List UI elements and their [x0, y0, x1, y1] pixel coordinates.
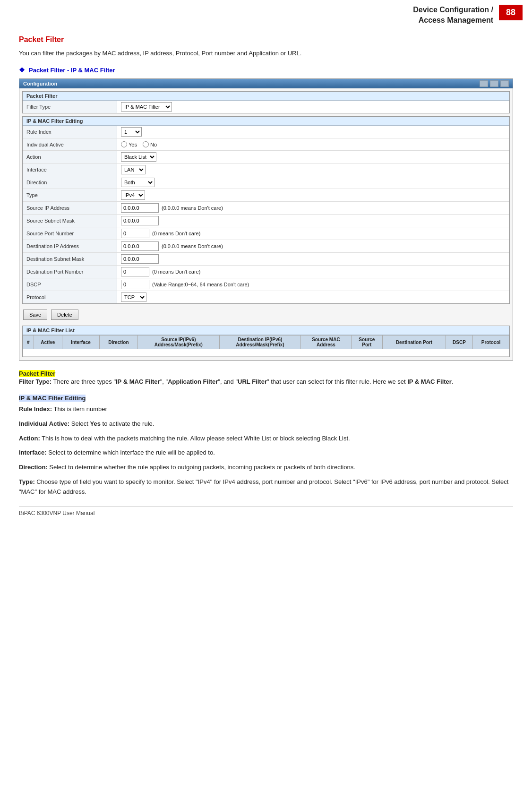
direction-term: Direction:	[19, 464, 48, 471]
individual-active-row: Individual Active Yes No	[23, 138, 509, 151]
filter-type-select[interactable]: IP & MAC Filter Application Filter URL F…	[121, 102, 172, 112]
ip-mac-filter-term: IP & MAC Filter	[116, 378, 160, 385]
dscp-row: DSCP (Value Range:0~64, 64 means Don't c…	[23, 278, 509, 291]
rule-index-label: Rule Index	[23, 126, 117, 138]
direction-paragraph: Direction: Select to determine whether t…	[19, 463, 513, 473]
dest-subnet-value	[117, 253, 509, 265]
dest-subnet-input[interactable]	[121, 254, 159, 264]
dest-ip-label: Destination IP Address	[23, 240, 117, 252]
action-row: Action Black List White List	[23, 151, 509, 164]
dscp-note: (Value Range:0~64, 64 means Don't care)	[152, 282, 249, 287]
individual-active-paragraph: Individual Active: Select Yes to activat…	[19, 419, 513, 429]
app-filter-term: Application Filter	[168, 378, 218, 385]
individual-active-no-item[interactable]: No	[143, 141, 157, 147]
source-ip-input[interactable]	[121, 203, 159, 213]
subsection-title: ❖ Packet Filter - IP & MAC Filter	[19, 66, 513, 74]
save-button[interactable]: Save	[23, 310, 47, 320]
interface-label: Interface	[23, 164, 117, 176]
source-subnet-label: Source Subnet Mask	[23, 215, 117, 227]
source-subnet-row: Source Subnet Mask	[23, 215, 509, 227]
dest-ip-value: (0.0.0.0 means Don't care)	[117, 240, 509, 252]
action-paragraph: Action: This is how to deal with the pac…	[19, 434, 513, 444]
interface-select[interactable]: LAN WAN	[121, 165, 146, 174]
ip-mac-filter-form-title: IP & MAC Filter Editing	[23, 117, 509, 126]
filter-type-row: Filter Type IP & MAC Filter Application …	[23, 101, 509, 113]
dscp-input[interactable]	[121, 280, 149, 289]
source-port-note: (0 means Don't care)	[152, 231, 200, 236]
source-ip-note: (0.0.0.0 means Don't care)	[162, 205, 223, 211]
rule-index-value: 1	[117, 126, 509, 138]
filter-table-header-row: # Active Interface Direction Source IP(I…	[23, 336, 509, 349]
delete-button[interactable]: Delete	[51, 310, 78, 320]
individual-active-label: Individual Active	[23, 138, 117, 150]
interface-term: Interface:	[19, 449, 47, 456]
individual-active-no-radio[interactable]	[143, 141, 149, 147]
filter-type-value: IP & MAC Filter Application Filter URL F…	[117, 101, 509, 113]
direction-value: Both Outgoing Incoming	[117, 176, 509, 189]
col-hash: #	[23, 336, 34, 349]
type-term: Type:	[19, 478, 35, 485]
direction-select[interactable]: Both Outgoing Incoming	[121, 178, 154, 187]
individual-active-term: Individual Active:	[19, 420, 69, 427]
dest-ip-note: (0.0.0.0 means Don't care)	[162, 243, 223, 249]
rule-index-term: Rule Index:	[19, 405, 52, 413]
col-source-port: SourcePort	[351, 336, 383, 349]
col-dest-ip: Destination IP(IPv6)Address/Mask(Prefix)	[219, 336, 301, 349]
dest-port-input[interactable]	[121, 267, 149, 276]
source-ip-row: Source IP Address (0.0.0.0 means Don't c…	[23, 202, 509, 215]
type-select[interactable]: IPv4 IPv6 MAC	[121, 190, 145, 200]
url-filter-term: URL Filter	[238, 378, 267, 385]
dest-port-label: Destination Port Number	[23, 266, 117, 278]
source-port-value: (0 means Don't care)	[117, 227, 509, 240]
individual-active-yes-radio[interactable]	[121, 141, 127, 147]
source-subnet-input[interactable]	[121, 216, 159, 225]
individual-active-no-label: No	[150, 142, 157, 147]
interface-paragraph: Interface: Select to determine which int…	[19, 448, 513, 458]
protocol-value: TCP UDP ICMP	[117, 291, 509, 303]
type-label: Type	[23, 189, 117, 201]
individual-active-radio-group: Yes No	[121, 141, 157, 147]
interface-value: LAN WAN	[117, 164, 509, 176]
action-select[interactable]: Black List White List	[121, 152, 156, 162]
type-paragraph: Type: Choose type of field you want to s…	[19, 477, 513, 497]
col-protocol: Protocol	[473, 336, 509, 349]
main-content: Packet Filter You can filter the package…	[0, 31, 532, 531]
body-ip-mac-section: IP & MAC Filter Editing Rule Index: This…	[19, 395, 513, 497]
rule-index-row: Rule Index 1	[23, 126, 509, 138]
protocol-label: Protocol	[23, 291, 117, 303]
footer: BiPAC 6300VNP User Manual	[19, 507, 513, 517]
individual-active-yes-item[interactable]: Yes	[121, 141, 137, 147]
individual-active-value: Yes No	[117, 140, 509, 149]
config-panel-header: Configuration	[19, 79, 513, 88]
source-port-input[interactable]	[121, 229, 149, 238]
packet-filter-highlight: Packet Filter	[19, 370, 55, 377]
filter-type-term: Filter Type:	[19, 378, 51, 385]
dest-subnet-row: Destination Subnet Mask	[23, 253, 509, 266]
config-icon-2	[490, 80, 498, 87]
dest-ip-input[interactable]	[121, 241, 159, 251]
type-value: IPv4 IPv6 MAC	[117, 189, 509, 201]
packet-filter-form-section: Packet Filter Filter Type IP & MAC Filte…	[22, 91, 510, 113]
yes-term: Yes	[90, 420, 101, 427]
page-number-badge: 88	[499, 5, 523, 20]
filter-type-label: Filter Type	[23, 101, 117, 113]
protocol-row: Protocol TCP UDP ICMP	[23, 291, 509, 303]
action-term: Action:	[19, 435, 40, 442]
filter-table-empty-row	[23, 349, 509, 357]
protocol-select[interactable]: TCP UDP ICMP	[121, 293, 146, 302]
source-port-label: Source Port Number	[23, 227, 117, 240]
intro-text: You can filter the packages by MAC addre…	[19, 49, 513, 58]
ip-mac-filter-form-section: IP & MAC Filter Editing Rule Index 1 Ind…	[22, 116, 510, 304]
dest-port-value: (0 means Don't care)	[117, 266, 509, 278]
dscp-label: DSCP	[23, 278, 117, 291]
body-packet-filter-section: Packet Filter Filter Type: There are thr…	[19, 370, 513, 387]
source-subnet-value	[117, 215, 509, 227]
individual-active-yes-label: Yes	[129, 142, 137, 147]
rule-index-select[interactable]: 1	[121, 127, 142, 137]
interface-row: Interface LAN WAN	[23, 164, 509, 176]
action-label: Action	[23, 151, 117, 163]
ip-mac-filter-editing-highlight: IP & MAC Filter Editing	[19, 395, 86, 402]
page-header: Device Configuration / Access Management…	[0, 0, 532, 31]
config-panel-header-icons	[480, 80, 509, 87]
dest-port-row: Destination Port Number (0 means Don't c…	[23, 266, 509, 278]
